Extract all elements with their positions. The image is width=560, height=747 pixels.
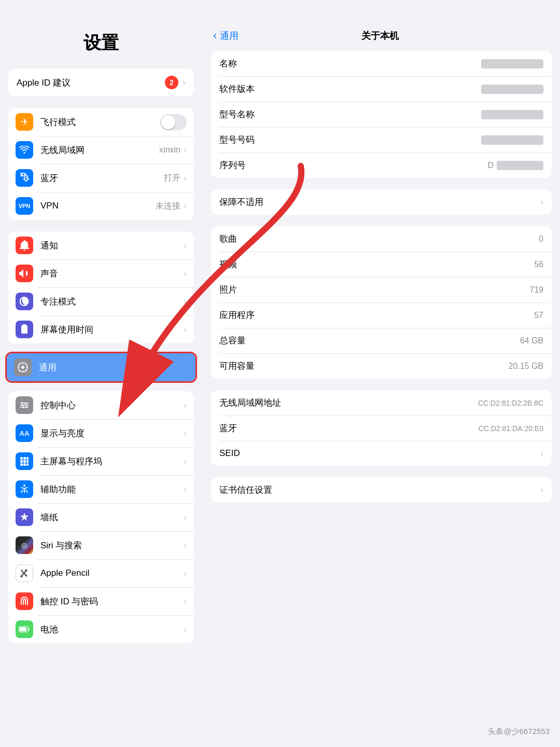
airplane-icon: ✈ (16, 113, 33, 131)
sound-row[interactable]: 声音 › (8, 259, 194, 287)
bt-addr-row: 蓝牙 CC:D2:81:DA:20:E0 (211, 416, 552, 441)
software-label: 软件版本 (219, 83, 255, 95)
svg-rect-22 (23, 457, 26, 460)
svg-rect-21 (20, 457, 23, 460)
screentime-label: 屏幕使用时间 (40, 324, 184, 336)
wifi-chevron-icon: › (184, 145, 187, 156)
display-label: 显示与亮度 (40, 427, 184, 439)
wifi-addr-value: CC:D2:81:D2:2B:8C (478, 399, 543, 407)
siri-row[interactable]: ◎ Siri 与搜索 › (8, 531, 194, 559)
wifi-label: 无线局域网 (40, 144, 159, 156)
svg-rect-27 (20, 463, 23, 466)
wallpaper-row[interactable]: 墙纸 › (8, 503, 194, 531)
photos-row: 照片 719 (211, 277, 552, 302)
photos-label: 照片 (219, 284, 237, 296)
capacity-value: 64 GB (520, 336, 543, 345)
bluetooth-chevron-icon: › (184, 173, 187, 184)
watermark: 头条@少6672553 (488, 727, 550, 737)
sound-chevron-icon: › (184, 268, 187, 279)
bt-addr-label: 蓝牙 (219, 422, 237, 434)
screentime-icon (16, 321, 33, 338)
notify-chevron-icon: › (184, 240, 187, 251)
control-label: 控制中心 (40, 399, 184, 411)
siri-label: Siri 与搜索 (40, 540, 184, 551)
svg-point-18 (21, 402, 24, 405)
apple-id-right: 2 › (165, 76, 186, 89)
wifi-row[interactable]: 无线局域网 xinxin › (8, 136, 194, 164)
pencil-row[interactable]: Apple Pencil › (8, 559, 194, 587)
videos-value: 56 (534, 260, 543, 269)
touchid-icon (16, 592, 33, 610)
page-title: 关于本机 (242, 30, 519, 42)
model-name-row: 型号名称 (211, 102, 552, 127)
accessibility-row[interactable]: 辅助功能 › (8, 475, 194, 503)
display-row[interactable]: AA 显示与亮度 › (8, 419, 194, 447)
wallpaper-chevron-icon: › (184, 512, 187, 523)
airplane-label: 飞行模式 (40, 116, 160, 128)
wallpaper-icon (16, 508, 33, 526)
sound-label: 声音 (40, 268, 184, 280)
accessibility-icon (16, 480, 33, 498)
airplane-toggle[interactable] (160, 114, 187, 130)
name-value (481, 59, 543, 68)
homescreen-row[interactable]: 主屏幕与程序坞 › (8, 447, 194, 475)
warranty-chevron-icon: › (540, 197, 543, 208)
svg-rect-24 (20, 460, 23, 463)
vpn-row[interactable]: VPN VPN 未连接 › (8, 192, 194, 220)
svg-point-6 (21, 366, 24, 369)
cert-row[interactable]: 证书信任设置 › (211, 477, 552, 503)
svg-rect-25 (23, 460, 26, 463)
focus-icon (16, 293, 33, 310)
available-row: 可用容量 20.15 GB (211, 353, 552, 379)
videos-label: 视频 (219, 258, 237, 270)
warranty-group: 保障不适用 › (211, 189, 552, 215)
right-content: 名称 软件版本 型号名称 型号号码 序列号 D (203, 51, 560, 747)
back-button[interactable]: 通用 (220, 30, 239, 42)
siri-chevron-icon: › (184, 540, 187, 551)
apps-label: 应用程序 (219, 309, 255, 321)
screentime-row[interactable]: 屏幕使用时间 › (8, 315, 194, 343)
wifi-value: xinxin (159, 145, 180, 155)
control-chevron-icon: › (184, 400, 187, 411)
notify-row[interactable]: 通知 › (8, 231, 194, 259)
songs-label: 歌曲 (219, 233, 237, 245)
vpn-icon: VPN (16, 197, 33, 215)
notify-icon (16, 237, 33, 254)
airplane-row[interactable]: ✈ 飞行模式 (8, 108, 194, 136)
vpn-chevron-icon: › (184, 201, 187, 212)
svg-rect-4 (22, 331, 25, 332)
capacity-row: 总容量 64 GB (211, 328, 552, 353)
warranty-label: 保障不适用 (219, 196, 263, 208)
back-label: 通用 (220, 30, 239, 42)
bluetooth-value: 打开 (164, 173, 180, 184)
bluetooth-row[interactable]: ⮷ 蓝牙 打开 › (8, 164, 194, 192)
name-row: 名称 (211, 51, 552, 76)
pencil-icon (16, 564, 33, 582)
focus-chevron-icon: › (184, 296, 187, 307)
model-number-value (481, 135, 543, 145)
model-number-row: 型号号码 (211, 127, 552, 153)
screentime-chevron-icon: › (184, 324, 187, 335)
focus-row[interactable]: 专注模式 › (8, 287, 194, 315)
battery-row[interactable]: 电池 › (8, 615, 194, 643)
songs-row: 歌曲 0 (211, 226, 552, 252)
warranty-row[interactable]: 保障不适用 › (211, 189, 552, 215)
control-row[interactable]: 控制中心 › (8, 391, 194, 419)
capacity-label: 总容量 (219, 335, 246, 347)
svg-point-19 (25, 404, 27, 407)
siri-icon: ◎ (16, 536, 33, 554)
stats-group: 歌曲 0 视频 56 照片 719 应用程序 57 总容量 64 GB 可用容量… (211, 226, 552, 379)
battery-label: 电池 (40, 624, 184, 635)
touchid-row[interactable]: 触控 ID 与密码 › (8, 587, 194, 615)
bluetooth-label: 蓝牙 (40, 172, 164, 184)
seid-row[interactable]: SEID › (211, 441, 552, 466)
apple-id-section[interactable]: Apple ID 建议 2 › (8, 68, 194, 96)
connectivity-group: ✈ 飞行模式 无线局域网 xinxin › ⮷ (8, 108, 194, 220)
available-label: 可用容量 (219, 360, 255, 372)
svg-rect-2 (22, 327, 25, 328)
serial-value: D (487, 161, 543, 170)
general-row[interactable]: 通用 (7, 353, 195, 381)
model-name-value (481, 110, 543, 119)
wifi-addr-label: 无线局域网地址 (219, 397, 281, 409)
right-header: ‹ 通用 关于本机 (203, 0, 560, 51)
